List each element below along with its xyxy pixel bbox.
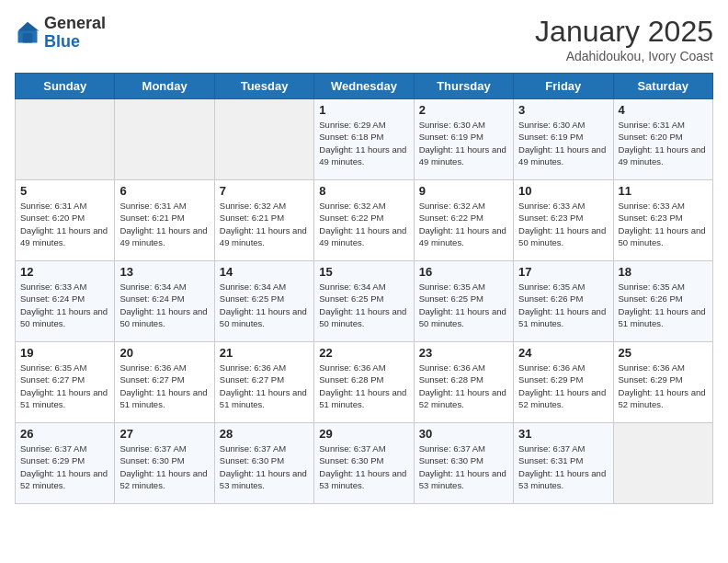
day-info: Sunrise: 6:31 AMSunset: 6:20 PMDaylight:… (619, 119, 708, 167)
calendar-cell (613, 423, 712, 504)
calendar-cell: 8Sunrise: 6:32 AMSunset: 6:22 PMDaylight… (314, 180, 414, 261)
day-info: Sunrise: 6:29 AMSunset: 6:18 PMDaylight:… (319, 119, 408, 167)
calendar-cell: 20Sunrise: 6:36 AMSunset: 6:27 PMDayligh… (115, 342, 214, 423)
calendar-cell: 23Sunrise: 6:36 AMSunset: 6:28 PMDayligh… (414, 342, 513, 423)
day-number: 27 (119, 427, 209, 441)
calendar-table: SundayMondayTuesdayWednesdayThursdayFrid… (15, 73, 713, 504)
location-subtitle: Adahidoukou, Ivory Coast (535, 49, 713, 63)
day-info: Sunrise: 6:35 AMSunset: 6:25 PMDaylight:… (419, 281, 508, 329)
calendar-cell: 7Sunrise: 6:32 AMSunset: 6:21 PMDaylight… (214, 180, 313, 261)
calendar-cell: 12Sunrise: 6:33 AMSunset: 6:24 PMDayligh… (16, 261, 115, 342)
day-number: 4 (619, 103, 708, 117)
calendar-cell: 9Sunrise: 6:32 AMSunset: 6:22 PMDaylight… (414, 180, 513, 261)
day-number: 1 (319, 103, 408, 117)
day-number: 30 (419, 427, 508, 441)
calendar-cell: 18Sunrise: 6:35 AMSunset: 6:26 PMDayligh… (613, 261, 712, 342)
day-number: 8 (319, 184, 408, 198)
calendar-week-row: 26Sunrise: 6:37 AMSunset: 6:29 PMDayligh… (16, 423, 713, 504)
calendar-cell: 31Sunrise: 6:37 AMSunset: 6:31 PMDayligh… (514, 423, 613, 504)
calendar-header-monday: Monday (115, 74, 214, 99)
day-info: Sunrise: 6:37 AMSunset: 6:31 PMDaylight:… (518, 442, 608, 491)
header: General Blue January 2025 Adahidoukou, I… (15, 15, 713, 63)
day-number: 14 (220, 265, 309, 279)
svg-rect-2 (23, 33, 33, 43)
day-info: Sunrise: 6:36 AMSunset: 6:27 PMDaylight:… (220, 362, 309, 410)
calendar-week-row: 12Sunrise: 6:33 AMSunset: 6:24 PMDayligh… (16, 261, 713, 342)
day-number: 17 (518, 265, 608, 279)
day-number: 24 (518, 346, 608, 360)
day-info: Sunrise: 6:33 AMSunset: 6:23 PMDaylight:… (518, 200, 608, 248)
month-title: January 2025 (535, 15, 713, 49)
day-number: 25 (619, 346, 708, 360)
day-number: 23 (419, 346, 508, 360)
day-number: 16 (419, 265, 508, 279)
day-info: Sunrise: 6:37 AMSunset: 6:30 PMDaylight:… (119, 442, 209, 491)
day-number: 18 (619, 265, 708, 279)
day-info: Sunrise: 6:32 AMSunset: 6:22 PMDaylight:… (319, 200, 408, 248)
calendar-cell: 11Sunrise: 6:33 AMSunset: 6:23 PMDayligh… (613, 180, 712, 261)
day-info: Sunrise: 6:32 AMSunset: 6:21 PMDaylight:… (220, 200, 309, 248)
calendar-cell (16, 99, 115, 180)
day-number: 19 (20, 346, 109, 360)
calendar-header-tuesday: Tuesday (214, 74, 313, 99)
day-number: 13 (119, 265, 209, 279)
day-info: Sunrise: 6:35 AMSunset: 6:27 PMDaylight:… (20, 362, 109, 410)
day-info: Sunrise: 6:37 AMSunset: 6:30 PMDaylight:… (220, 442, 309, 491)
calendar-cell: 25Sunrise: 6:36 AMSunset: 6:29 PMDayligh… (613, 342, 712, 423)
day-number: 20 (119, 346, 209, 360)
calendar-cell: 16Sunrise: 6:35 AMSunset: 6:25 PMDayligh… (414, 261, 513, 342)
calendar-cell: 4Sunrise: 6:31 AMSunset: 6:20 PMDaylight… (613, 99, 712, 180)
day-info: Sunrise: 6:30 AMSunset: 6:19 PMDaylight:… (419, 119, 508, 167)
day-number: 6 (119, 184, 209, 198)
day-info: Sunrise: 6:33 AMSunset: 6:24 PMDaylight:… (20, 281, 109, 329)
calendar-page: General Blue January 2025 Adahidoukou, I… (0, 0, 728, 519)
calendar-header-sunday: Sunday (16, 74, 115, 99)
calendar-cell: 14Sunrise: 6:34 AMSunset: 6:25 PMDayligh… (214, 261, 313, 342)
day-info: Sunrise: 6:37 AMSunset: 6:29 PMDaylight:… (20, 442, 109, 491)
day-info: Sunrise: 6:37 AMSunset: 6:30 PMDaylight:… (419, 442, 508, 491)
calendar-header-wednesday: Wednesday (314, 74, 414, 99)
calendar-cell: 30Sunrise: 6:37 AMSunset: 6:30 PMDayligh… (414, 423, 513, 504)
calendar-header-saturday: Saturday (613, 74, 712, 99)
title-block: January 2025 Adahidoukou, Ivory Coast (535, 15, 713, 63)
calendar-cell: 24Sunrise: 6:36 AMSunset: 6:29 PMDayligh… (514, 342, 613, 423)
day-info: Sunrise: 6:34 AMSunset: 6:25 PMDaylight:… (319, 281, 408, 329)
logo-text: General Blue (44, 15, 106, 52)
day-info: Sunrise: 6:36 AMSunset: 6:28 PMDaylight:… (319, 362, 408, 410)
day-info: Sunrise: 6:34 AMSunset: 6:24 PMDaylight:… (119, 281, 209, 329)
day-number: 21 (220, 346, 309, 360)
calendar-header-thursday: Thursday (414, 74, 513, 99)
calendar-cell: 19Sunrise: 6:35 AMSunset: 6:27 PMDayligh… (16, 342, 115, 423)
day-number: 5 (20, 184, 109, 198)
day-info: Sunrise: 6:32 AMSunset: 6:22 PMDaylight:… (419, 200, 508, 248)
logo: General Blue (15, 15, 106, 52)
calendar-cell: 3Sunrise: 6:30 AMSunset: 6:19 PMDaylight… (514, 99, 613, 180)
calendar-cell: 17Sunrise: 6:35 AMSunset: 6:26 PMDayligh… (514, 261, 613, 342)
day-number: 2 (419, 103, 508, 117)
day-info: Sunrise: 6:35 AMSunset: 6:26 PMDaylight:… (518, 281, 608, 329)
calendar-cell (115, 99, 214, 180)
day-info: Sunrise: 6:30 AMSunset: 6:19 PMDaylight:… (518, 119, 608, 167)
calendar-cell: 10Sunrise: 6:33 AMSunset: 6:23 PMDayligh… (514, 180, 613, 261)
day-info: Sunrise: 6:31 AMSunset: 6:21 PMDaylight:… (119, 200, 209, 248)
day-info: Sunrise: 6:36 AMSunset: 6:28 PMDaylight:… (419, 362, 508, 410)
logo-general: General (44, 14, 106, 32)
day-number: 31 (518, 427, 608, 441)
calendar-cell (214, 99, 313, 180)
calendar-cell: 26Sunrise: 6:37 AMSunset: 6:29 PMDayligh… (16, 423, 115, 504)
day-info: Sunrise: 6:36 AMSunset: 6:29 PMDaylight:… (518, 362, 608, 410)
day-info: Sunrise: 6:34 AMSunset: 6:25 PMDaylight:… (220, 281, 309, 329)
day-number: 26 (20, 427, 109, 441)
calendar-cell: 28Sunrise: 6:37 AMSunset: 6:30 PMDayligh… (214, 423, 313, 504)
calendar-cell: 2Sunrise: 6:30 AMSunset: 6:19 PMDaylight… (414, 99, 513, 180)
day-number: 3 (518, 103, 608, 117)
day-number: 10 (518, 184, 608, 198)
calendar-cell: 1Sunrise: 6:29 AMSunset: 6:18 PMDaylight… (314, 99, 414, 180)
calendar-header-friday: Friday (514, 74, 613, 99)
day-number: 7 (220, 184, 309, 198)
calendar-cell: 6Sunrise: 6:31 AMSunset: 6:21 PMDaylight… (115, 180, 214, 261)
calendar-cell: 13Sunrise: 6:34 AMSunset: 6:24 PMDayligh… (115, 261, 214, 342)
calendar-cell: 22Sunrise: 6:36 AMSunset: 6:28 PMDayligh… (314, 342, 414, 423)
day-info: Sunrise: 6:36 AMSunset: 6:27 PMDaylight:… (119, 362, 209, 410)
calendar-cell: 27Sunrise: 6:37 AMSunset: 6:30 PMDayligh… (115, 423, 214, 504)
